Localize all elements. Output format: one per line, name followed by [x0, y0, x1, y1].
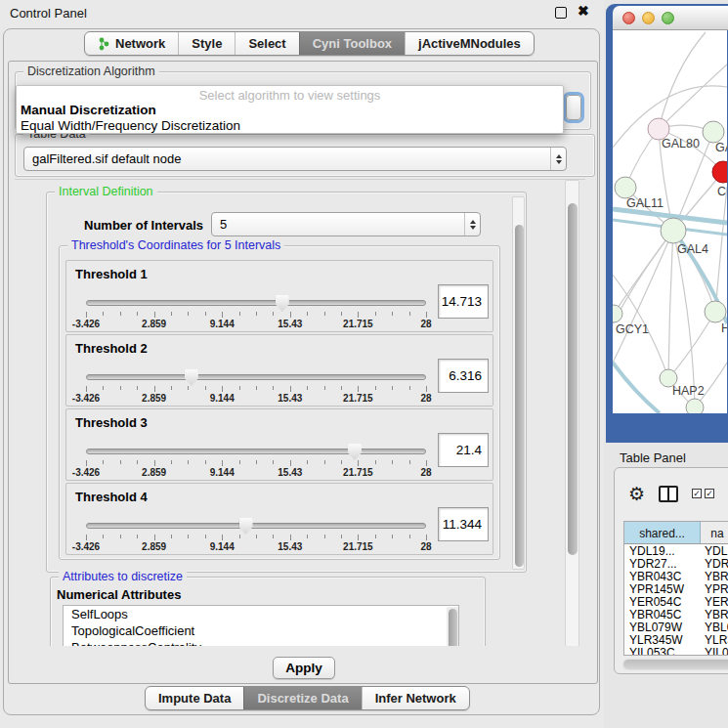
tick-mark — [290, 312, 291, 318]
attributes-group-label: Attributes to discretize — [59, 570, 187, 583]
table-row[interactable]: YER054CYER05 — [624, 595, 728, 608]
table-cell-shared-name: YLR345W — [624, 633, 701, 646]
threshold-value-field[interactable]: 14.713 — [438, 284, 489, 319]
network-node-label: GCY1 — [616, 322, 649, 336]
combo-stepper-icon[interactable] — [464, 213, 480, 236]
table-data-combo[interactable]: galFiltered.sif default node — [23, 147, 567, 171]
slider-thumb[interactable] — [348, 444, 362, 460]
tick-mark — [137, 312, 138, 316]
table-cell-shared-name: YPR145W — [624, 582, 701, 595]
network-canvas[interactable]: GAL80GACGAL11GAL4GCY1HHAP2 — [613, 30, 727, 413]
tick-mark — [171, 460, 172, 464]
network-edge[interactable] — [668, 231, 673, 378]
combo-stepper-icon[interactable] — [550, 148, 566, 170]
gear-icon[interactable]: ⚙ — [628, 485, 645, 503]
network-edge[interactable] — [715, 187, 727, 312]
attribute-list-item[interactable]: BetweennessCentrality — [64, 639, 458, 646]
attributes-scrollbar[interactable] — [447, 607, 459, 646]
threshold-slider[interactable]: -3.4262.8599.14415.4321.71528 — [86, 519, 426, 552]
table-row[interactable]: YBR043CYBR04 — [624, 570, 728, 582]
network-node[interactable] — [705, 301, 726, 322]
algorithm-hint-option[interactable]: Select algorithm to view settings — [17, 88, 563, 103]
attribute-items: SelfLoopsTopologicalCoefficientBetweenne… — [64, 606, 458, 646]
slider-thumb[interactable] — [276, 295, 289, 312]
interval-scrollbar-thumb[interactable] — [515, 225, 524, 567]
table-cell-name: YPR14 — [701, 582, 728, 595]
mode-tab-discretize-data[interactable]: Discretize Data — [243, 687, 361, 709]
node-attribute-table[interactable]: shared...na YDL19...YDL19YDR27...YDR27YB… — [623, 521, 728, 656]
settings-scrollbar[interactable] — [565, 180, 579, 646]
threshold-slider[interactable]: -3.4262.8599.14415.4321.71528 — [86, 445, 426, 478]
threshold-value-field[interactable]: 11.344 — [438, 507, 489, 541]
slider-thumb[interactable] — [185, 369, 198, 386]
tab-select[interactable]: Select — [235, 32, 298, 55]
table-column-header[interactable]: shared... — [624, 522, 701, 543]
network-edge[interactable] — [613, 231, 673, 363]
algorithm-combo-stepper[interactable] — [566, 95, 581, 120]
network-node[interactable] — [686, 399, 704, 413]
table-horizontal-scrollbar[interactable] — [622, 659, 728, 670]
minimize-traffic-light-icon[interactable] — [642, 12, 655, 24]
desktop: Control Panel ✖ NetworkStyleSelectCyni T… — [0, 0, 728, 728]
attributes-scrollbar-thumb[interactable] — [449, 609, 457, 646]
threshold-value-field[interactable]: 6.316 — [438, 359, 489, 393]
number-of-intervals-combo[interactable]: 5 — [211, 212, 481, 236]
tab-style[interactable]: Style — [178, 32, 235, 55]
mode-tab-impute-data[interactable]: Impute Data — [146, 687, 243, 709]
table-row[interactable]: YPR145WYPR14 — [624, 582, 728, 595]
apply-button[interactable]: Apply — [273, 657, 335, 679]
float-window-icon[interactable] — [555, 7, 567, 19]
network-edge[interactable] — [613, 363, 660, 413]
mode-tab-infer-network[interactable]: Infer Network — [362, 687, 469, 709]
table-panel: ⚙ ✓ ✓ shared...na YDL19...YDL19YDR27...Y… — [614, 467, 728, 674]
checkbox-icon[interactable]: ✓ — [692, 489, 702, 498]
tab-jactivemnodules[interactable]: jActiveMNodules — [405, 32, 534, 55]
network-window-titlebar[interactable] — [613, 6, 728, 30]
table-horizontal-scrollbar-thumb[interactable] — [623, 660, 728, 669]
tab-cyni-toolbox[interactable]: Cyni Toolbox — [299, 32, 405, 55]
close-traffic-light-icon[interactable] — [622, 12, 635, 24]
network-node[interactable] — [661, 218, 686, 243]
threshold-slider[interactable]: -3.4262.8599.14415.4321.71528 — [86, 296, 426, 329]
zoom-traffic-light-icon[interactable] — [662, 12, 674, 24]
close-icon[interactable]: ✖ — [578, 3, 589, 19]
threshold-slider[interactable]: -3.4262.8599.14415.4321.71528 — [86, 370, 426, 404]
network-node[interactable] — [712, 161, 727, 183]
table-row[interactable]: YDR27...YDR27 — [624, 557, 728, 570]
slider-track[interactable] — [86, 449, 426, 454]
attribute-list-item[interactable]: SelfLoops — [64, 606, 458, 622]
table-column-header[interactable]: na — [701, 522, 728, 543]
table-row[interactable]: YBR045CYBR04 — [624, 608, 728, 621]
table-row[interactable]: YIL053CYIL05 — [624, 646, 728, 656]
attribute-list-item[interactable]: TopologicalCoefficient — [64, 622, 458, 639]
table-row[interactable]: YDL19...YDL19 — [624, 544, 728, 557]
control-panel-titlebar: Control Panel ✖ — [0, 0, 604, 25]
tick-mark — [307, 386, 308, 390]
tick-label: 21.715 — [343, 319, 373, 329]
threshold-panel: Threshold 2 -3.4262.8599.14415.4321.7152… — [65, 334, 493, 407]
slider-track[interactable] — [86, 300, 426, 306]
slider-track[interactable] — [86, 523, 426, 529]
tab-network[interactable]: Network — [85, 32, 178, 55]
checkbox-icon[interactable]: ✓ — [705, 489, 714, 498]
tick-label: -3.426 — [72, 393, 100, 404]
network-node[interactable] — [703, 121, 724, 143]
tick-mark — [188, 460, 189, 464]
algorithm-option[interactable]: Equal Width/Frequency Discretization — [21, 118, 240, 133]
settings-scrollbar-thumb[interactable] — [568, 203, 578, 555]
slider-track[interactable] — [86, 374, 426, 380]
split-columns-icon[interactable] — [659, 486, 678, 502]
network-edge[interactable] — [659, 32, 706, 129]
table-row[interactable]: YBL079WYBL07 — [624, 621, 728, 633]
slider-thumb[interactable] — [239, 518, 253, 535]
threshold-value-field[interactable]: 21.4 — [438, 433, 489, 467]
network-node[interactable] — [615, 177, 636, 198]
network-edge[interactable] — [668, 312, 715, 378]
column-selection-icons[interactable]: ✓ ✓ — [692, 489, 714, 498]
interval-scrollbar[interactable] — [512, 196, 525, 570]
tick-mark — [409, 460, 410, 464]
tick-mark — [273, 535, 274, 538]
numerical-attributes-list[interactable]: SelfLoopsTopologicalCoefficientBetweenne… — [63, 605, 459, 646]
table-row[interactable]: YLR345WYLR34 — [624, 633, 728, 646]
algorithm-option[interactable]: Manual Discretization — [21, 103, 156, 117]
